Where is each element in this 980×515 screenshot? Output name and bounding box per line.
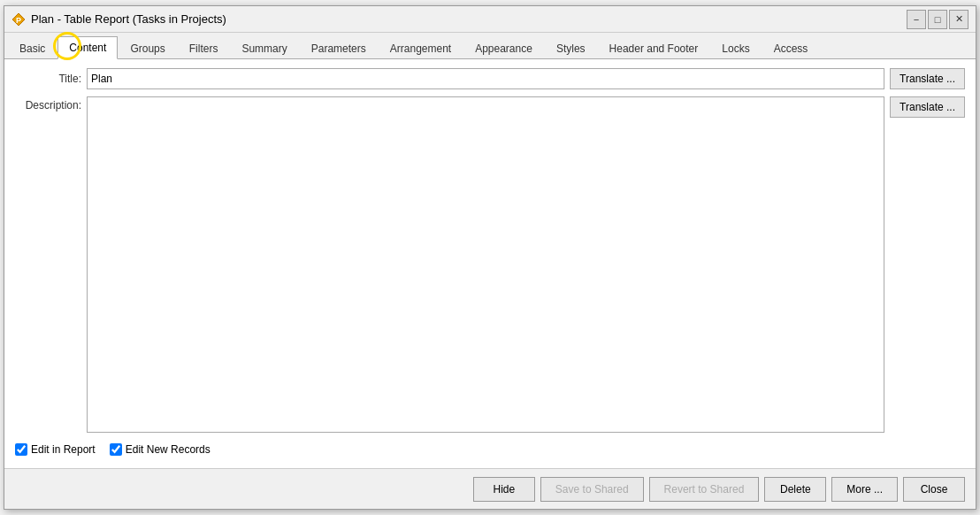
tab-appearance[interactable]: Appearance xyxy=(463,37,544,59)
edit-in-report-checkbox-label[interactable]: Edit in Report xyxy=(15,443,96,456)
tab-filters[interactable]: Filters xyxy=(178,37,230,59)
footer: Hide Save to Shared Revert to Shared Del… xyxy=(4,468,976,509)
title-input[interactable] xyxy=(87,68,884,89)
title-bar-controls: − □ ✕ xyxy=(907,10,969,29)
delete-button[interactable]: Delete xyxy=(764,477,826,502)
tab-summary[interactable]: Summary xyxy=(230,37,298,59)
description-row: Description: Translate ... xyxy=(15,96,965,433)
tab-bar: Basic Content Groups Filters Summary Par… xyxy=(4,33,976,59)
edit-new-records-checkbox-label[interactable]: Edit New Records xyxy=(110,443,211,456)
close-button[interactable]: Close xyxy=(903,477,965,502)
maximize-button[interactable]: □ xyxy=(928,10,947,29)
edit-in-report-label: Edit in Report xyxy=(31,443,96,456)
revert-to-shared-button[interactable]: Revert to Shared xyxy=(649,477,760,502)
more-button[interactable]: More ... xyxy=(831,477,898,502)
tab-arrangement[interactable]: Arrangement xyxy=(379,37,463,59)
save-shared-button[interactable]: Save to Shared xyxy=(540,477,644,502)
title-bar-text: Plan - Table Report (Tasks in Projects) xyxy=(31,12,226,26)
tab-content[interactable]: Content xyxy=(57,36,118,59)
checkboxes-row: Edit in Report Edit New Records xyxy=(15,440,965,459)
app-icon: P xyxy=(11,12,26,27)
tab-parameters[interactable]: Parameters xyxy=(300,37,378,59)
tab-locks[interactable]: Locks xyxy=(710,37,761,59)
title-bar-left: P Plan - Table Report (Tasks in Projects… xyxy=(11,12,226,27)
tab-header-footer[interactable]: Header and Footer xyxy=(598,37,710,59)
title-row: Title: Translate ... xyxy=(15,68,965,89)
description-input[interactable] xyxy=(87,96,884,433)
title-label: Title: xyxy=(15,73,81,85)
content-area: Title: Translate ... Description: Transl… xyxy=(4,59,976,468)
hide-button[interactable]: Hide xyxy=(473,477,535,502)
tab-groups[interactable]: Groups xyxy=(119,37,176,59)
svg-text:P: P xyxy=(16,16,21,25)
title-bar: P Plan - Table Report (Tasks in Projects… xyxy=(4,6,976,33)
main-window: P Plan - Table Report (Tasks in Projects… xyxy=(4,5,976,510)
description-label: Description: xyxy=(15,96,81,111)
title-translate-button[interactable]: Translate ... xyxy=(890,68,965,89)
edit-new-records-checkbox[interactable] xyxy=(110,443,122,456)
minimize-button[interactable]: − xyxy=(907,10,926,29)
description-translate-button[interactable]: Translate ... xyxy=(890,96,965,118)
tab-basic[interactable]: Basic xyxy=(8,37,57,59)
tab-styles[interactable]: Styles xyxy=(545,37,597,59)
close-window-button[interactable]: ✕ xyxy=(949,10,969,29)
edit-new-records-label: Edit New Records xyxy=(126,443,211,456)
edit-in-report-checkbox[interactable] xyxy=(15,443,27,456)
tab-access[interactable]: Access xyxy=(762,37,820,59)
